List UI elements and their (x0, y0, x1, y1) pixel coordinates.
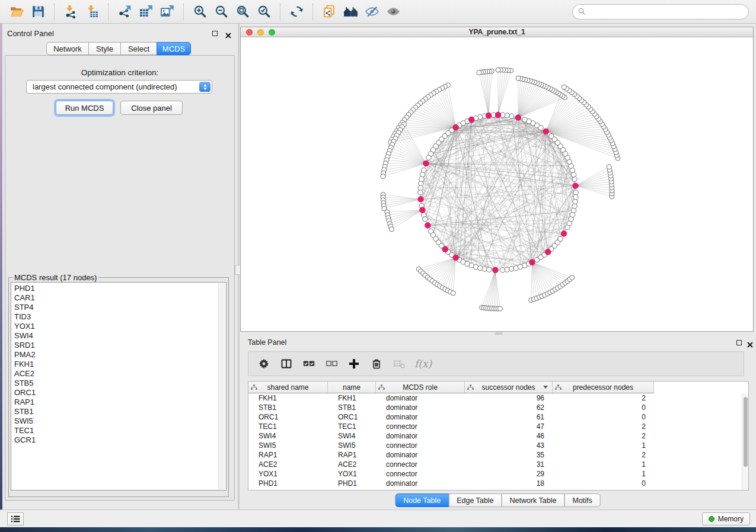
node-table[interactable]: shared namenameMCDS rolesuccessor nodesp… (248, 381, 749, 491)
mcds-result-list[interactable]: PHD1CAR1STP4TID3YOX1SWI4SRD1PMA2FKH1ACE2… (11, 282, 227, 491)
float-table-panel-icon[interactable] (736, 340, 742, 345)
function-builder-button-disabled[interactable]: f(x) (412, 358, 432, 370)
graph-node[interactable] (418, 190, 423, 195)
graph-hub-node[interactable] (420, 207, 426, 213)
mcds-result-item[interactable]: ACE2 (14, 369, 226, 379)
graph-hub-node[interactable] (423, 161, 429, 166)
graph-node[interactable] (389, 227, 394, 232)
show-columns-button[interactable] (277, 354, 296, 373)
graph-node[interactable] (451, 291, 455, 296)
graph-node[interactable] (419, 181, 423, 186)
graph-node[interactable] (516, 76, 521, 81)
column-header-name[interactable]: name (328, 382, 376, 393)
hide-selected-button[interactable] (361, 2, 382, 22)
graph-node[interactable] (477, 70, 481, 75)
tab-style[interactable]: Style (88, 42, 121, 55)
graph-node[interactable] (381, 174, 385, 179)
export-image-button[interactable] (157, 2, 178, 22)
graph-node[interactable] (522, 117, 527, 122)
graph-node[interactable] (562, 85, 566, 89)
float-panel-icon[interactable] (212, 31, 218, 36)
network-canvas[interactable] (241, 37, 753, 331)
mcds-result-item[interactable]: STB5 (14, 379, 226, 388)
graph-hub-node[interactable] (529, 259, 535, 265)
graph-node[interactable] (426, 155, 431, 160)
graph-node[interactable] (558, 236, 563, 241)
zoom-in-button[interactable] (189, 2, 210, 22)
mcds-result-item[interactable]: RAP1 (14, 398, 226, 407)
close-panel-icon[interactable] (225, 30, 231, 41)
table-settings-button[interactable] (254, 354, 273, 373)
mcds-result-item[interactable]: FKH1 (14, 360, 226, 369)
search-input[interactable] (586, 6, 748, 18)
graph-hub-node[interactable] (442, 246, 448, 252)
horizontal-splitter-handle[interactable] (495, 332, 503, 335)
save-session-button[interactable] (27, 2, 49, 22)
clone-network-button[interactable] (318, 2, 340, 22)
export-network-button[interactable] (114, 2, 135, 22)
graph-node[interactable] (572, 177, 577, 181)
unselect-all-button[interactable] (322, 354, 341, 373)
table-row[interactable]: SWI5SWI5connector431 (248, 441, 654, 450)
graph-hub-node[interactable] (573, 183, 579, 189)
zoom-fit-button[interactable] (232, 2, 253, 22)
column-header-MCDS-role[interactable]: MCDS role (376, 382, 465, 393)
graph-hub-node[interactable] (453, 124, 459, 130)
mcds-result-item[interactable]: SWI5 (14, 416, 226, 426)
export-table-button[interactable] (135, 2, 157, 22)
memory-button[interactable]: Memory (702, 512, 750, 525)
table-row[interactable]: YOX1YOX1connector291 (248, 469, 654, 479)
show-all-button[interactable] (382, 2, 404, 22)
zoom-out-button[interactable] (210, 2, 232, 22)
tab-network[interactable]: Network (46, 42, 89, 55)
column-header-shared-name[interactable]: shared name (248, 382, 328, 393)
table-row[interactable]: FKH1FKH1dominator962 (248, 393, 654, 403)
graph-hub-node[interactable] (493, 267, 499, 273)
graph-node[interactable] (607, 165, 611, 169)
select-all-button[interactable] (299, 354, 318, 373)
graph-hub-node[interactable] (543, 129, 549, 134)
import-table-button[interactable] (81, 2, 103, 22)
mcds-result-item[interactable]: CAR1 (14, 293, 226, 303)
criterion-dropdown[interactable]: largest connected component (undirected) (26, 80, 212, 94)
tab-mcds[interactable]: MCDS (157, 42, 191, 55)
graph-node[interactable] (478, 265, 483, 270)
graph-node[interactable] (573, 199, 578, 204)
table-row[interactable]: PHD1PHD1dominator180 (248, 479, 654, 488)
graph-node[interactable] (423, 217, 428, 222)
graph-hub-node[interactable] (418, 197, 424, 203)
graph-node[interactable] (571, 208, 576, 213)
table-scrollbar-thumb[interactable] (744, 397, 748, 467)
list-scrollbar[interactable] (218, 283, 225, 489)
graph-node[interactable] (509, 267, 514, 271)
tab-motifs[interactable]: Motifs (564, 493, 600, 507)
graph-hub-node[interactable] (561, 231, 567, 237)
first-neighbors-button[interactable] (340, 2, 361, 22)
mcds-result-item[interactable]: PHD1 (14, 284, 226, 293)
import-network-button[interactable] (60, 2, 81, 22)
network-graph[interactable] (241, 37, 753, 331)
search-field[interactable] (572, 4, 749, 20)
zoom-selected-button[interactable] (253, 2, 275, 22)
mcds-result-item[interactable]: TID3 (14, 312, 226, 322)
delete-column-button[interactable] (367, 354, 386, 373)
open-file-button[interactable] (6, 2, 27, 22)
column-header-predecessor-nodes[interactable]: predecessor nodes (553, 382, 654, 393)
add-column-button[interactable] (344, 354, 363, 373)
graph-node[interactable] (549, 134, 554, 139)
graph-node[interactable] (487, 267, 492, 272)
close-table-panel-icon[interactable] (747, 339, 753, 350)
run-mcds-button[interactable]: Run MCDS (56, 101, 113, 115)
graph-hub-node[interactable] (425, 223, 431, 229)
table-row[interactable]: SWI4SWI4dominator462 (248, 431, 654, 441)
table-row[interactable]: STB1STB1dominator620 (248, 403, 654, 412)
graph-node[interactable] (570, 275, 575, 280)
tab-network-table[interactable]: Network Table (502, 493, 565, 507)
delete-table-button-disabled[interactable] (390, 354, 409, 373)
mcds-result-item[interactable]: PMA2 (14, 350, 226, 360)
tab-select[interactable]: Select (120, 42, 157, 55)
tab-edge-table[interactable]: Edge Table (448, 493, 502, 507)
mcds-result-item[interactable]: SRD1 (14, 341, 226, 350)
graph-hub-node[interactable] (515, 115, 521, 121)
column-header-successor-nodes[interactable]: successor nodes (465, 382, 553, 393)
